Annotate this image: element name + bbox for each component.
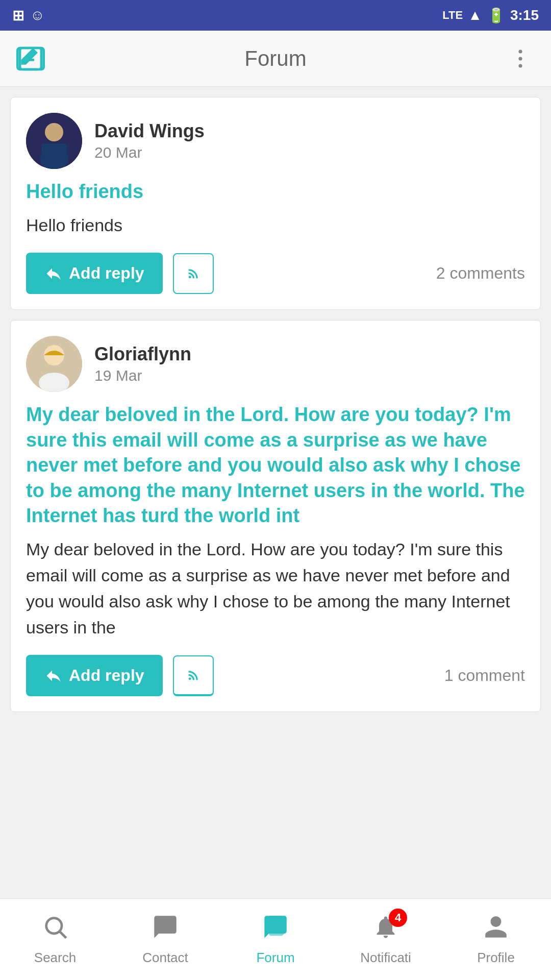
edit-post-button[interactable] [15,43,46,74]
post-actions-1: Add reply 2 comments [26,253,525,294]
nav-label-contact: Contact [142,950,188,966]
contact-icon [152,914,179,946]
add-reply-button-2[interactable]: Add reply [26,655,163,696]
post-title-2[interactable]: My dear beloved in the Lord. How are you… [26,402,525,528]
post-card-1: David Wings 20 Mar Hello friends Hello f… [10,97,541,310]
post-author-info-2: Gloriaflynn 19 Mar [94,344,191,384]
post-header-1: David Wings 20 Mar [26,113,525,169]
profile-icon [483,914,509,946]
forum-icon [262,914,289,946]
comments-count-2: 1 comment [444,666,525,685]
rss-button-1[interactable] [173,253,214,294]
post-author-1: David Wings [94,120,205,142]
status-bar-right: LTE ▲ 🔋 3:15 [442,7,539,24]
nav-label-profile: Profile [477,950,515,966]
svg-point-5 [518,64,522,67]
post-header-2: Gloriaflynn 19 Mar [26,336,525,392]
nav-item-forum[interactable]: Forum [220,914,331,966]
nav-item-profile[interactable]: Profile [441,914,551,966]
svg-point-3 [518,50,522,53]
rss-button-2[interactable] [173,655,214,696]
search-icon [42,914,68,946]
notification-badge: 4 [389,909,407,927]
nav-item-notifications[interactable]: 4 Notificati [331,914,441,966]
app-icon-2: ☺ [30,7,45,23]
post-body-1: Hello friends [26,212,525,238]
lte-icon: LTE [442,9,463,22]
add-reply-button-1[interactable]: Add reply [26,253,163,294]
post-date-2: 19 Mar [94,367,191,384]
svg-point-4 [518,57,522,60]
post-author-2: Gloriaflynn [94,344,191,365]
avatar-gloria [26,336,82,392]
avatar-david [26,113,82,169]
nav-label-notifications: Notificati [360,950,411,966]
post-date-1: 20 Mar [94,144,205,161]
signal-icon: ▲ [468,7,482,23]
app-bar: Forum [0,31,551,87]
post-title-1[interactable]: Hello friends [26,179,525,204]
posts-list: David Wings 20 Mar Hello friends Hello f… [0,87,551,898]
status-bar-left: ⊞ ☺ [12,7,45,24]
time: 3:15 [510,7,539,23]
bell-icon: 4 [372,914,399,946]
bottom-nav: Search Contact Forum 4 Notificati [0,898,551,980]
svg-line-14 [60,932,66,938]
post-actions-2: Add reply 1 comment [26,655,525,696]
nav-label-forum: Forum [256,950,294,966]
svg-point-13 [46,918,62,933]
menu-button[interactable] [505,43,536,74]
nav-item-contact[interactable]: Contact [110,914,220,966]
post-body-2: My dear beloved in the Lord. How are you… [26,536,525,641]
svg-rect-9 [41,143,67,159]
status-bar: ⊞ ☺ LTE ▲ 🔋 3:15 [0,0,551,31]
nav-item-search[interactable]: Search [0,914,110,966]
post-card-2: Gloriaflynn 19 Mar My dear beloved in th… [10,320,541,712]
post-author-info-1: David Wings 20 Mar [94,120,205,161]
svg-point-7 [45,123,63,141]
page-title: Forum [244,46,306,71]
comments-count-1: 2 comments [436,264,525,283]
battery-icon: 🔋 [487,7,505,24]
app-icon-1: ⊞ [12,7,24,24]
nav-label-search: Search [34,950,76,966]
